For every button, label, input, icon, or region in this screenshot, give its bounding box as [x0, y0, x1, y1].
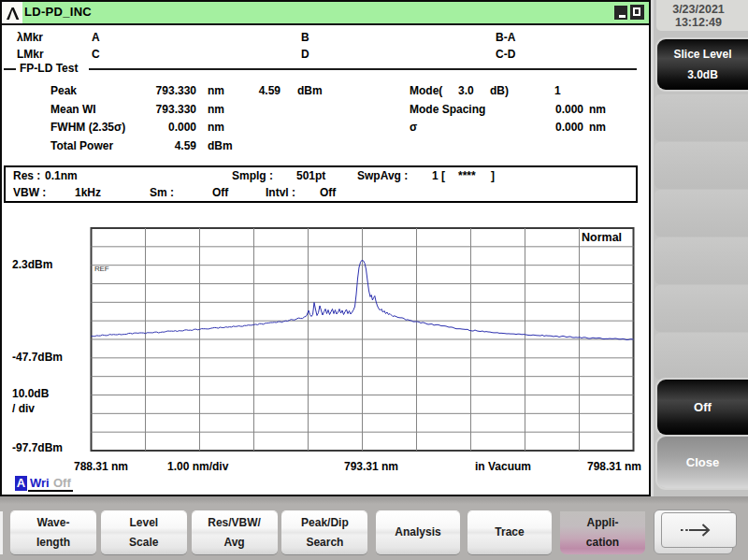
- svg-text:Normal: Normal: [582, 231, 622, 244]
- svg-text:REF: REF: [94, 265, 109, 273]
